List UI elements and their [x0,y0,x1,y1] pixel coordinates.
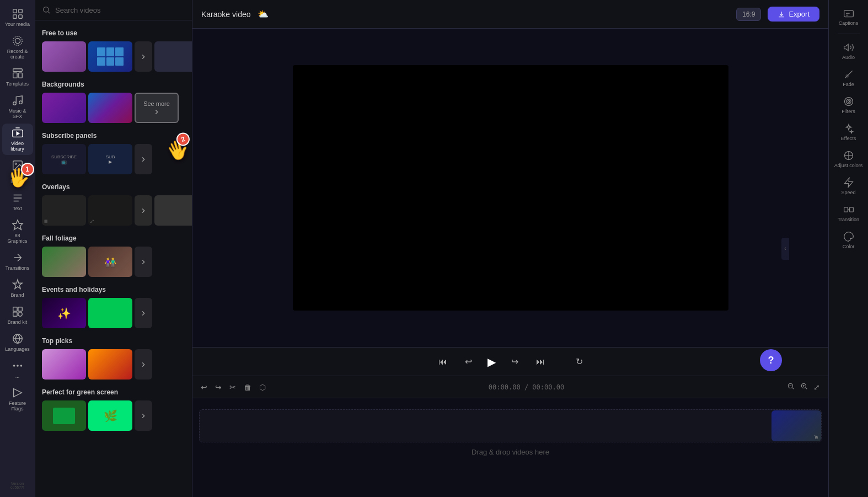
help-button[interactable]: ? [760,349,782,371]
arrow-btn-events[interactable] [135,298,152,328]
collapse-right-panel-button[interactable]: ‹ [781,238,789,260]
zoom-in-button[interactable] [799,381,810,393]
sidebar-item-your-media[interactable]: Your media [2,4,33,30]
sidebar-item-text[interactable]: Text [2,189,33,215]
sidebar-item-music[interactable]: Music & SFX [2,91,33,122]
right-panel-speed[interactable]: Speed [832,174,865,199]
timeline-track[interactable]: 🖱 [199,409,822,442]
arrow-btn-foliage[interactable] [135,247,152,277]
thumb-overlay-1[interactable]: ▦ [42,195,86,226]
thumb-gs-1[interactable] [42,400,86,431]
skip-to-end-button[interactable]: ⏭ [534,355,547,369]
thumb-sub-2[interactable]: SUB▶ [88,144,132,174]
sidebar-item-image-library[interactable]: Image library [2,156,33,188]
svg-rect-15 [13,307,17,311]
thumb-foliage-1[interactable] [42,247,86,277]
timeline-toolbar: ↩ ↪ ✂ 🗑 ⬡ 00:00.00 / 00:00.00 ⤢ [192,376,828,398]
save-to-cloud-icon[interactable]: ⛅ [258,9,269,19]
sidebar-item-brand[interactable]: Brand [2,275,33,301]
right-panel-captions[interactable]: Captions [832,4,865,29]
export-button[interactable]: Export [768,7,819,22]
svg-rect-1 [18,9,22,13]
refresh-button[interactable]: ↻ [574,354,585,369]
sidebar-item-version: Version cd5677f [2,478,33,493]
sidebar-item-languages[interactable]: Languages [2,329,33,355]
sidebar-label-text: Text [13,206,22,211]
thumb-events-2[interactable] [88,298,132,328]
section-title-top-picks: Top picks [42,337,185,345]
timeline-content: 🖱 Drag & drop videos here [192,398,828,497]
right-panel-audio[interactable]: Audio [832,39,865,63]
see-more-button[interactable]: See more 🖐 2 [135,93,179,123]
thumb-row-top-picks [42,349,185,380]
thumb-free-3[interactable] [154,41,192,72]
delete-button[interactable]: 🗑 [242,381,253,393]
zoom-out-button[interactable] [785,381,796,393]
sidebar-item-feature-flags[interactable]: Feature Flags [2,383,33,415]
time-display: 00:00.00 / 00:00.00 [272,383,781,391]
sidebar-item-transitions[interactable]: Transitions [2,248,33,274]
thumb-top-2[interactable] [88,349,132,380]
arrow-btn-subscribe[interactable] [135,144,152,174]
sidebar-label-brand-kit: Brand kit [8,319,28,325]
sidebar-item-templates[interactable]: Templates [2,64,33,90]
right-panel-color[interactable]: Color [832,228,865,253]
redo-button[interactable]: ↪ [213,381,223,393]
arrow-btn-overlays[interactable] [135,195,152,226]
undo-button[interactable]: ↩ [199,381,209,393]
fit-button[interactable]: ⤢ [812,381,822,393]
right-panel-fade[interactable]: Fade [832,66,865,90]
section-title-events: Events and holidays [42,286,185,293]
top-bar: Karaoke video ⛅ 16:9 Export [192,0,828,29]
right-panel-transition[interactable]: Transition [832,201,865,226]
thumb-bg-1[interactable] [42,93,86,123]
timeline-clip[interactable]: 🖱 [771,410,821,441]
play-button[interactable]: ▶ [487,355,496,368]
svg-point-5 [13,36,22,46]
sidebar-item-record[interactable]: Record & create [2,31,33,63]
right-panel-filters[interactable]: Filters [832,93,865,117]
right-panel-captions-label: Captions [839,20,859,26]
aspect-ratio-selector[interactable]: 16:9 [736,8,761,21]
thumb-events-1[interactable]: ✨ [42,298,86,328]
arrow-btn-top-picks[interactable] [135,349,152,380]
sidebar-label-graphics: 88 Graphics [4,233,31,244]
thumb-free-2[interactable] [88,41,132,72]
right-panel-speed-label: Speed [841,190,855,195]
svg-point-30 [848,100,849,102]
thumb-top-1[interactable] [42,349,86,380]
thumb-sub-1[interactable]: SUBSCRIBE📺 [42,144,86,174]
rewind-button[interactable]: ↩ [463,354,474,369]
forward-button[interactable]: ↪ [509,354,521,369]
section-subscribe-panels: Subscribe panels SUBSCRIBE📺 SUB▶ [35,127,192,179]
thumb-overlay-2[interactable]: 🖊 [88,195,132,226]
save-version-button[interactable]: ⬡ [258,381,267,393]
timeline-area: ↩ ↪ ✂ 🗑 ⬡ 00:00.00 / 00:00.00 ⤢ [192,376,828,497]
thumb-row-free [42,41,185,72]
sidebar-item-brand-kit[interactable]: Brand kit [2,302,33,328]
thumb-overlay-3[interactable] [154,195,192,226]
sidebar-item-video-library[interactable]: Video library 🖐 1 [2,124,33,155]
thumb-bg-2[interactable] [88,93,132,123]
svg-rect-0 [13,9,16,13]
section-top-picks: Top picks [35,333,192,384]
sidebar-item-more[interactable]: ... [2,356,33,382]
skip-to-start-button[interactable]: ⏮ [436,355,449,369]
right-panel-effects[interactable]: Effects [832,120,865,145]
thumb-gs-2[interactable]: 🌿 [88,400,132,431]
thumb-free-1[interactable] [42,41,86,72]
arrow-btn-free[interactable] [135,41,152,72]
thumb-foliage-2[interactable]: 👫 [88,247,132,277]
right-panel-color-label: Color [843,244,855,249]
video-library-panel: Free to use [35,0,192,497]
arrow-btn-green-screen[interactable] [135,400,152,431]
section-overlays: Overlays ▦ 🖊 [35,179,192,230]
cut-button[interactable]: ✂ [228,381,238,393]
svg-rect-17 [13,312,17,316]
sidebar-item-graphics[interactable]: 88 Graphics [2,216,33,247]
search-input[interactable] [55,6,185,14]
panel-scroll[interactable]: Free to use [35,20,192,497]
sidebar-label-video-library: Video library [4,141,31,152]
project-title: Karaoke video [201,10,251,19]
right-panel-adjust-colors[interactable]: Adjust colors [832,147,865,172]
